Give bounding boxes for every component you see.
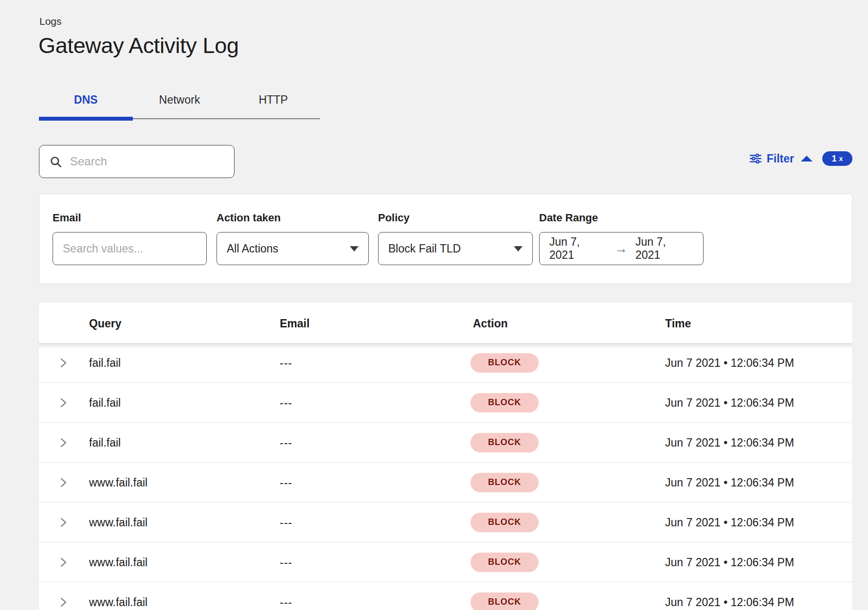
- email-cell: ---: [280, 436, 292, 449]
- expand-row-chevron-icon[interactable]: [57, 477, 69, 488]
- dropdown-caret-icon: [350, 246, 359, 251]
- column-header-time: Time: [665, 317, 691, 330]
- search-input[interactable]: [70, 155, 226, 168]
- action-taken-value: All Actions: [227, 242, 278, 255]
- expand-row-chevron-icon[interactable]: [57, 596, 69, 608]
- table-row[interactable]: fail.fail --- BLOCK Jun 7 2021 • 12:06:3…: [39, 343, 852, 383]
- email-cell: ---: [280, 476, 292, 489]
- date-range-picker[interactable]: Jun 7, 2021 → Jun 7, 2021: [539, 232, 704, 265]
- table-row[interactable]: www.fail.fail --- BLOCK Jun 7 2021 • 12:…: [39, 582, 852, 610]
- block-action-badge: BLOCK: [470, 433, 539, 452]
- search-box[interactable]: [39, 145, 235, 178]
- expand-row-chevron-icon[interactable]: [57, 357, 69, 369]
- table-body: fail.fail --- BLOCK Jun 7 2021 • 12:06:3…: [39, 343, 852, 610]
- block-action-badge: BLOCK: [470, 473, 539, 492]
- expand-row-chevron-icon[interactable]: [57, 437, 69, 449]
- search-icon: [49, 155, 62, 168]
- table-header: Query Email Action Time: [39, 303, 852, 343]
- policy-value: Block Fail TLD: [388, 242, 461, 255]
- action-cell: BLOCK: [470, 393, 539, 413]
- time-cell: Jun 7 2021 • 12:06:34 PM: [665, 516, 794, 529]
- action-cell: BLOCK: [470, 473, 539, 492]
- date-range-label: Date Range: [539, 212, 598, 224]
- page-title: Gateway Activity Log: [38, 33, 239, 58]
- time-cell: Jun 7 2021 • 12:06:34 PM: [665, 356, 794, 369]
- table-row[interactable]: www.fail.fail --- BLOCK Jun 7 2021 • 12:…: [39, 542, 852, 582]
- block-action-badge: BLOCK: [470, 393, 539, 413]
- date-range-start: Jun 7, 2021: [549, 235, 607, 262]
- block-action-badge: BLOCK: [470, 592, 539, 610]
- active-tab-indicator: [39, 117, 133, 121]
- expand-row-chevron-icon[interactable]: [57, 556, 69, 568]
- expand-row-chevron-icon[interactable]: [57, 397, 69, 409]
- action-cell: BLOCK: [470, 433, 539, 452]
- query-cell: www.fail.fail: [89, 476, 147, 489]
- table-row[interactable]: fail.fail --- BLOCK Jun 7 2021 • 12:06:3…: [39, 423, 852, 463]
- query-cell: www.fail.fail: [89, 516, 147, 529]
- action-cell: BLOCK: [470, 353, 539, 373]
- tab-dns[interactable]: DNS: [39, 90, 133, 116]
- action-taken-select[interactable]: All Actions: [217, 232, 369, 265]
- date-range-arrow-icon: →: [615, 242, 628, 255]
- date-range-end: Jun 7, 2021: [635, 235, 693, 262]
- query-cell: fail.fail: [89, 436, 121, 449]
- table-row[interactable]: www.fail.fail --- BLOCK Jun 7 2021 • 12:…: [39, 463, 852, 502]
- filter-panel: Email Action taken All Actions Policy Bl…: [39, 194, 852, 284]
- column-header-query: Query: [89, 317, 121, 330]
- activity-log-table: Query Email Action Time fail.fail --- BL…: [39, 303, 852, 610]
- filter-count: 1: [832, 154, 837, 164]
- email-cell: ---: [280, 356, 292, 369]
- column-header-email: Email: [280, 317, 309, 330]
- filter-toggle[interactable]: Filter: [767, 152, 794, 165]
- policy-label: Policy: [378, 212, 410, 224]
- action-cell: BLOCK: [470, 592, 539, 610]
- email-cell: ---: [280, 516, 292, 529]
- log-type-tabs: DNS Network HTTP: [39, 90, 320, 122]
- block-action-badge: BLOCK: [470, 513, 539, 532]
- time-cell: Jun 7 2021 • 12:06:34 PM: [665, 436, 794, 449]
- expand-row-chevron-icon[interactable]: [57, 517, 69, 528]
- policy-select[interactable]: Block Fail TLD: [378, 232, 533, 265]
- time-cell: Jun 7 2021 • 12:06:34 PM: [665, 595, 794, 609]
- column-header-action: Action: [473, 317, 508, 330]
- tab-network[interactable]: Network: [133, 90, 227, 116]
- collapse-caret-icon[interactable]: [801, 156, 813, 161]
- filter-sliders-icon: [749, 152, 762, 165]
- email-cell: ---: [280, 556, 292, 569]
- email-cell: ---: [280, 595, 292, 609]
- time-cell: Jun 7 2021 • 12:06:34 PM: [665, 556, 794, 569]
- block-action-badge: BLOCK: [470, 553, 539, 572]
- email-filter-label: Email: [53, 212, 81, 224]
- tab-http[interactable]: HTTP: [226, 90, 320, 116]
- clear-filters-x[interactable]: x: [839, 155, 843, 162]
- table-row[interactable]: fail.fail --- BLOCK Jun 7 2021 • 12:06:3…: [39, 383, 852, 423]
- dropdown-caret-icon: [514, 246, 523, 251]
- block-action-badge: BLOCK: [470, 353, 539, 373]
- query-cell: www.fail.fail: [89, 556, 147, 569]
- time-cell: Jun 7 2021 • 12:06:34 PM: [665, 476, 794, 489]
- email-cell: ---: [280, 396, 292, 409]
- table-row[interactable]: www.fail.fail --- BLOCK Jun 7 2021 • 12:…: [39, 502, 852, 542]
- time-cell: Jun 7 2021 • 12:06:34 PM: [665, 396, 794, 409]
- breadcrumb[interactable]: Logs: [39, 16, 62, 27]
- action-cell: BLOCK: [470, 553, 539, 572]
- action-taken-label: Action taken: [217, 212, 281, 224]
- query-cell: www.fail.fail: [89, 595, 147, 609]
- email-filter-box[interactable]: [53, 232, 207, 265]
- action-cell: BLOCK: [470, 513, 539, 532]
- active-filter-count-badge[interactable]: 1 x: [822, 151, 852, 166]
- query-cell: fail.fail: [89, 396, 121, 409]
- query-cell: fail.fail: [89, 356, 121, 369]
- email-filter-input[interactable]: [63, 242, 197, 255]
- filter-controls: Filter 1 x: [749, 150, 852, 167]
